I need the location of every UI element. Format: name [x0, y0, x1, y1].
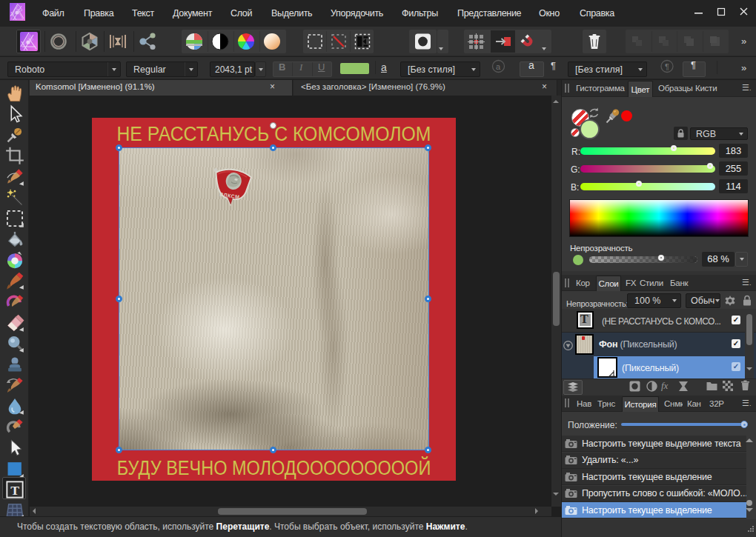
svg-text:a: a [496, 62, 501, 71]
svg-text:¶: ¶ [665, 62, 669, 71]
svg-text:T: T [10, 482, 19, 497]
